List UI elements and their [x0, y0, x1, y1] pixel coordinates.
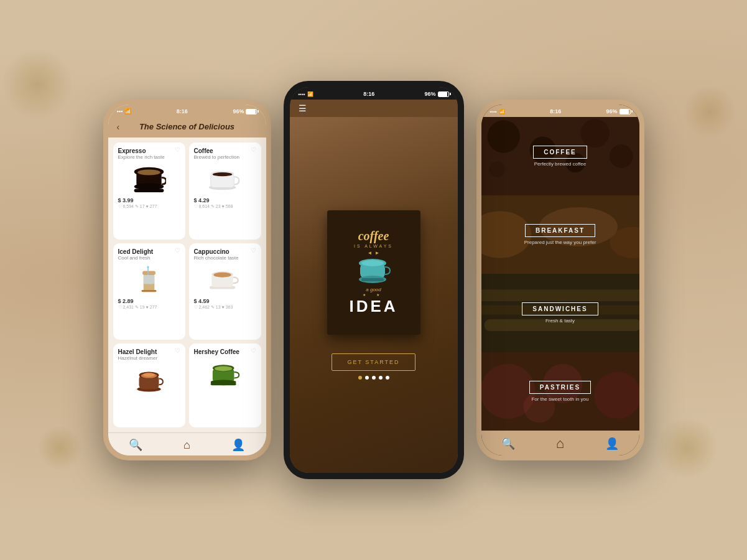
center-status-bar: ▪▪▪▪ 📶 8:16 96% — [290, 87, 458, 100]
left-battery-icons: 96% — [233, 108, 257, 114]
menu-item-hershey[interactable]: ♡ Hershey Coffee — [189, 343, 261, 427]
dot-4 — [379, 376, 383, 380]
category-coffee[interactable]: COFFEE Perfectly brewed coffee — [481, 117, 639, 195]
heart-icon[interactable]: ♡ — [175, 347, 180, 354]
left-status-bar: ▪▪▪ 📶 8:16 96% — [108, 105, 266, 117]
center-battery: 96% — [424, 91, 448, 97]
center-signal: ▪▪▪▪ 📶 — [299, 91, 313, 97]
battery-percent: 96% — [233, 108, 244, 114]
center-main-content: coffee IS ALWAYS ◄ ► a — [290, 117, 458, 473]
item-stats: ♡ 2,462 ✎ 13 ♥ 363 — [194, 305, 256, 310]
home-nav-icon[interactable]: ⌂ — [556, 436, 564, 452]
right-screen: ▪▪▪▪ 📶 8:16 96% — [481, 105, 639, 455]
cat-label-box: SANDWICHES — [522, 302, 598, 315]
item-name: Hershey Coffee — [194, 348, 256, 355]
categories-list: COFFEE Perfectly brewed coffee — [481, 117, 639, 431]
item-image — [206, 164, 244, 195]
cat-label: COFFEE — [544, 149, 577, 156]
cappuccino-cup-svg — [208, 265, 242, 295]
signal-icon: ▪▪▪ — [117, 108, 123, 114]
phone-center: ▪▪▪▪ 📶 8:16 96% ☰ coffee IS ALWAYS — [284, 81, 464, 479]
get-started-button[interactable]: GET STARTED — [332, 353, 415, 371]
item-image — [131, 264, 168, 296]
cat-content: COFFEE Perfectly brewed coffee — [533, 146, 587, 167]
dot-1 — [358, 376, 362, 380]
cat-desc: Fresh & tasty — [522, 318, 598, 324]
item-desc: Explore the rich taste — [118, 154, 180, 160]
left-header: ‹ The Science of Delicious — [108, 117, 266, 138]
cat-desc: Prepared just the way you prefer — [524, 240, 596, 245]
category-sandwiches[interactable]: SANDWICHES Fresh & tasty — [481, 274, 639, 352]
item-name: Hazel Delight — [118, 348, 180, 355]
battery-percent: 96% — [424, 91, 435, 97]
svg-point-13 — [147, 266, 149, 268]
phones-container: ▪▪▪ 📶 8:16 96% ‹ The Science of Deliciou… — [103, 81, 644, 479]
search-nav-icon[interactable]: 🔍 — [501, 437, 515, 450]
poster-coffee-word: coffee — [358, 230, 389, 242]
hamburger-menu[interactable]: ☰ — [299, 103, 307, 113]
menu-item-espresso[interactable]: ♡ Expresso Explore the rich taste — [113, 142, 185, 240]
item-desc: Cool and fresh — [118, 255, 180, 261]
profile-nav-icon[interactable]: 👤 — [605, 437, 619, 450]
home-nav-icon[interactable]: ⌂ — [183, 439, 190, 452]
category-breakfast[interactable]: BREAKFAST Prepared just the way you pref… — [481, 195, 639, 274]
menu-item-hazel[interactable]: ♡ Hazel Delight Hazelnut dreamer — [113, 343, 185, 427]
svg-rect-14 — [142, 290, 157, 292]
item-image — [131, 164, 168, 195]
heart-icon[interactable]: ♡ — [251, 247, 256, 254]
heart-icon[interactable]: ♡ — [251, 347, 256, 354]
right-bottom-nav: 🔍 ⌂ 👤 — [481, 431, 639, 455]
item-name: Iced Delight — [118, 248, 180, 255]
left-time: 8:16 — [177, 108, 188, 114]
menu-item-coffee[interactable]: ♡ Coffee Brewed to perfection $ 4.29 — [189, 142, 261, 240]
heart-icon[interactable]: ♡ — [175, 146, 180, 153]
heart-icon[interactable]: ♡ — [251, 146, 256, 153]
svg-point-23 — [143, 373, 155, 376]
phone-right: ▪▪▪▪ 📶 8:16 96% — [476, 100, 644, 460]
iced-cup-svg — [132, 265, 166, 295]
item-name: Cappuccino — [194, 248, 256, 255]
signal-bars: ▪▪▪▪ — [490, 109, 497, 114]
item-stats: ♡ 2,431 ✎ 19 ♥ 277 — [118, 305, 180, 310]
cat-label-box: PASTRIES — [529, 381, 591, 394]
category-pastries[interactable]: PASTRIES For the sweet tooth in you — [481, 352, 639, 431]
back-button[interactable]: ‹ — [117, 122, 120, 132]
menu-item-iced[interactable]: ♡ Iced Delight Cool and fresh $ — [113, 243, 185, 340]
heart-icon[interactable]: ♡ — [175, 247, 180, 254]
battery-percent: 96% — [606, 108, 617, 114]
svg-rect-11 — [142, 271, 155, 274]
dot-5 — [386, 376, 389, 380]
item-stats: ♡ 6,594 ✎ 17 ♥ 277 — [118, 204, 180, 209]
cat-label: PASTRIES — [540, 384, 580, 391]
poster-is-always: IS ALWAYS — [354, 244, 393, 248]
svg-rect-10 — [144, 274, 155, 284]
hazel-cup-svg — [132, 365, 166, 395]
search-nav-icon[interactable]: 🔍 — [129, 438, 142, 452]
item-desc: Brewed to perfection — [194, 154, 256, 160]
cat-label: SANDWICHES — [532, 306, 587, 312]
svg-point-3 — [137, 169, 160, 175]
center-top-bar: ☰ — [290, 100, 458, 117]
dot-3 — [372, 376, 376, 380]
item-image — [206, 357, 244, 388]
cat-desc: Perfectly brewed coffee — [533, 161, 587, 167]
svg-rect-4 — [134, 189, 164, 193]
menu-item-cappuccino[interactable]: ♡ Cappuccino Rich chocolate taste $ 4.59 — [189, 243, 261, 340]
coffee-cup-svg — [208, 164, 242, 194]
wifi-icon: 📶 — [307, 91, 313, 97]
right-status-bar: ▪▪▪▪ 📶 8:16 96% — [481, 105, 639, 117]
cat-desc: For the sweet tooth in you — [529, 396, 591, 402]
left-screen: ▪▪▪ 📶 8:16 96% ‹ The Science of Deliciou… — [108, 105, 266, 455]
item-price: $ 2.89 — [118, 298, 180, 304]
item-image — [206, 264, 244, 296]
svg-point-27 — [215, 366, 232, 371]
svg-point-8 — [213, 172, 232, 176]
svg-rect-34 — [361, 278, 384, 281]
signal-bars: ▪▪▪▪ — [299, 91, 305, 97]
coffee-poster: coffee IS ALWAYS ◄ ► a — [327, 210, 420, 335]
item-name: Expresso — [118, 147, 180, 154]
hershey-cup-svg — [208, 357, 242, 387]
poster-stars: ★ ★ — [363, 292, 385, 297]
profile-nav-icon[interactable]: 👤 — [231, 438, 245, 452]
item-price: $ 4.59 — [194, 298, 256, 304]
